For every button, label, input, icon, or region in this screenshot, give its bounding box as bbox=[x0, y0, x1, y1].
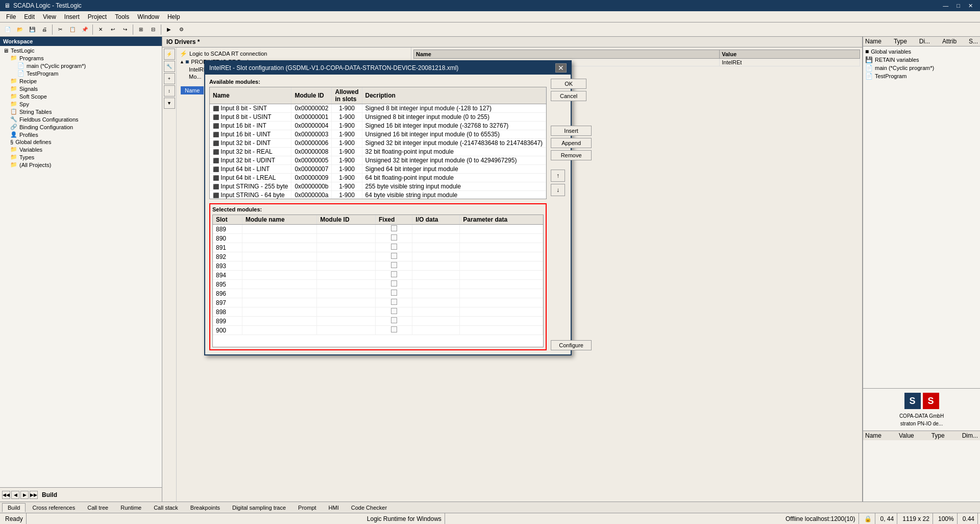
move-down-button[interactable]: ↓ bbox=[551, 184, 565, 196]
module-row-3[interactable]: ⬛ Input 16 bit - UINT 0x00000003 1-900 U… bbox=[210, 130, 546, 139]
selected-row-8[interactable]: 897 bbox=[213, 298, 543, 307]
selected-row-11[interactable]: 900 bbox=[213, 326, 543, 335]
copy-button[interactable]: 📋 bbox=[67, 24, 78, 35]
grid-button[interactable]: ⊞ bbox=[135, 24, 146, 35]
selected-row-1[interactable]: 890 bbox=[213, 234, 543, 243]
tab-code-checker[interactable]: Code Checker bbox=[346, 503, 393, 512]
tab-call-tree[interactable]: Call tree bbox=[82, 503, 114, 512]
tab-build[interactable]: Build bbox=[2, 503, 26, 512]
move-up-button[interactable]: ↑ bbox=[551, 170, 565, 182]
new-button[interactable]: 📄 bbox=[2, 24, 13, 35]
menu-item-file[interactable]: File bbox=[2, 12, 20, 21]
append-button[interactable]: Append bbox=[551, 138, 592, 148]
menu-item-window[interactable]: Window bbox=[133, 12, 163, 21]
tree-item-6[interactable]: 📁Soft Scope bbox=[1, 92, 161, 100]
selected-row-9[interactable]: 898 bbox=[213, 307, 543, 317]
io-sidebar-btn4[interactable]: ↕ bbox=[164, 85, 175, 97]
cut-button[interactable]: ✂ bbox=[55, 24, 66, 35]
main-program-item[interactable]: 📄 main (*Cyclic program*) bbox=[864, 64, 979, 72]
paste-button[interactable]: 📌 bbox=[79, 24, 90, 35]
tree-item-14[interactable]: 📁Types bbox=[1, 153, 161, 161]
selected-row-6[interactable]: 895 bbox=[213, 280, 543, 289]
module-row-7[interactable]: ⬛ Input 64 bit - LINT 0x00000007 1-900 S… bbox=[210, 165, 546, 174]
grid2-button[interactable]: ⊟ bbox=[148, 24, 159, 35]
tree-item-8[interactable]: 📋String Tables bbox=[1, 108, 161, 115]
remove-button[interactable]: Remove bbox=[551, 150, 592, 160]
retain-vars-item[interactable]: 💾 RETAIN variables bbox=[864, 56, 979, 64]
redo-button[interactable]: ↪ bbox=[119, 24, 131, 35]
module-row-1[interactable]: ⬛ Input 8 bit - USINT 0x00000001 1-900 U… bbox=[210, 113, 546, 122]
module-row-8[interactable]: ⬛ Input 64 bit - LREAL 0x00000009 1-900 … bbox=[210, 174, 546, 182]
global-vars-item[interactable]: ■ Global variables bbox=[864, 47, 979, 56]
tab-runtime[interactable]: Runtime bbox=[115, 503, 147, 512]
tab-prompt[interactable]: Prompt bbox=[292, 503, 322, 512]
selected-row-7[interactable]: 896 bbox=[213, 289, 543, 298]
tab-digital-sampling-trace[interactable]: Digital sampling trace bbox=[227, 503, 291, 512]
selected-row-10[interactable]: 899 bbox=[213, 317, 543, 326]
menu-item-edit[interactable]: Edit bbox=[20, 12, 39, 21]
open-button[interactable]: 📂 bbox=[14, 24, 26, 35]
selected-row-3[interactable]: 892 bbox=[213, 252, 543, 261]
io-sidebar-btn3[interactable]: + bbox=[164, 73, 175, 84]
io-sidebar-btn5[interactable]: ▼ bbox=[164, 98, 175, 109]
io-sidebar-btn2[interactable]: 🔧 bbox=[164, 61, 175, 72]
module-row-10[interactable]: ⬛ Input STRING - 64 byte 0x0000000a 1-90… bbox=[210, 191, 546, 200]
selected-row-5[interactable]: 894 bbox=[213, 271, 543, 280]
menu-item-help[interactable]: Help bbox=[163, 12, 184, 21]
nav-prev-button[interactable]: ◀ bbox=[11, 491, 19, 499]
module-row-6[interactable]: ⬛ Input 32 bit - UDINT 0x00000005 1-900 … bbox=[210, 156, 546, 165]
menu-item-project[interactable]: Project bbox=[84, 12, 111, 21]
sel-paramdata-9 bbox=[460, 307, 543, 317]
module-row-2[interactable]: ⬛ Input 16 bit - INT 0x00000004 1-900 Si… bbox=[210, 122, 546, 130]
module-row-4[interactable]: ⬛ Input 32 bit - DINT 0x00000006 1-900 S… bbox=[210, 139, 546, 148]
menu-item-tools[interactable]: Tools bbox=[111, 12, 133, 21]
nav-first-button[interactable]: ◀◀ bbox=[2, 491, 10, 499]
tab-hmi[interactable]: HMI bbox=[323, 503, 345, 512]
io-connection-1[interactable]: ⚡ Logic to SCADA RT connection bbox=[179, 50, 409, 58]
close-button[interactable]: ✕ bbox=[965, 3, 976, 9]
print-button[interactable]: 🖨 bbox=[39, 24, 50, 35]
tree-item-4[interactable]: 📁Recipe bbox=[1, 77, 161, 85]
menu-item-insert[interactable]: Insert bbox=[60, 12, 84, 21]
tree-item-3[interactable]: 📄TestProgram bbox=[1, 69, 161, 77]
tree-item-15[interactable]: 📁(All Projects) bbox=[1, 161, 161, 169]
save-button[interactable]: 💾 bbox=[27, 24, 38, 35]
delete-button[interactable]: ✕ bbox=[95, 24, 106, 35]
build-button[interactable]: ▶ bbox=[163, 24, 175, 35]
tree-item-5[interactable]: 📁Signals bbox=[1, 85, 161, 92]
tab-breakpoints[interactable]: Breakpoints bbox=[185, 503, 226, 512]
configure-button[interactable]: Configure bbox=[551, 340, 592, 350]
module-row-0[interactable]: ⬛ Input 8 bit - SINT 0x00000002 1-900 Si… bbox=[210, 104, 546, 113]
tab-call-stack[interactable]: Call stack bbox=[148, 503, 184, 512]
maximize-button[interactable]: □ bbox=[953, 3, 963, 9]
module-row-5[interactable]: ⬛ Input 32 bit - REAL 0x00000008 1-900 3… bbox=[210, 148, 546, 156]
tree-item-7[interactable]: 📁Spy bbox=[1, 100, 161, 108]
minimize-button[interactable]: — bbox=[940, 3, 951, 9]
nav-last-button[interactable]: ▶▶ bbox=[30, 491, 38, 499]
tree-item-9[interactable]: 🔧Fieldbus Configurations bbox=[1, 115, 161, 123]
insert-button[interactable]: Insert bbox=[551, 126, 592, 136]
selected-row-2[interactable]: 891 bbox=[213, 243, 543, 252]
tree-item-0[interactable]: 🖥TestLogic bbox=[1, 47, 161, 54]
tree-item-2[interactable]: 📄main (*Cyclic program*) bbox=[1, 62, 161, 69]
selected-modules-table-wrap[interactable]: Slot Module name Module ID Fixed I/O dat… bbox=[212, 215, 544, 347]
selected-row-0[interactable]: 889 bbox=[213, 225, 543, 234]
menu-item-view[interactable]: View bbox=[39, 12, 60, 21]
dialog-close-button[interactable]: ✕ bbox=[555, 63, 567, 73]
tree-item-11[interactable]: 👤Profiles bbox=[1, 131, 161, 138]
module-row-9[interactable]: ⬛ Input STRING - 255 byte 0x0000000b 1-9… bbox=[210, 182, 546, 191]
tree-item-12[interactable]: §Global defines bbox=[1, 138, 161, 146]
ok-button[interactable]: OK bbox=[551, 79, 586, 89]
undo-button[interactable]: ↩ bbox=[107, 24, 118, 35]
tree-item-13[interactable]: 📁Variables bbox=[1, 146, 161, 153]
selected-row-4[interactable]: 893 bbox=[213, 261, 543, 271]
available-modules-table-wrap[interactable]: Name Module ID Allowed in slots Decripti… bbox=[209, 87, 547, 199]
io-sidebar-btn1[interactable]: ⚡ bbox=[164, 49, 175, 60]
debug-button[interactable]: ⚙ bbox=[176, 24, 187, 35]
cancel-button[interactable]: Cancel bbox=[551, 91, 586, 101]
nav-next-button[interactable]: ▶ bbox=[20, 491, 29, 499]
tree-item-1[interactable]: 📁Programs bbox=[1, 54, 161, 62]
tab-cross-references[interactable]: Cross references bbox=[27, 503, 81, 512]
test-program-item[interactable]: 📄 TestProgram bbox=[864, 72, 979, 80]
tree-item-10[interactable]: 🔗Binding Configuration bbox=[1, 123, 161, 131]
